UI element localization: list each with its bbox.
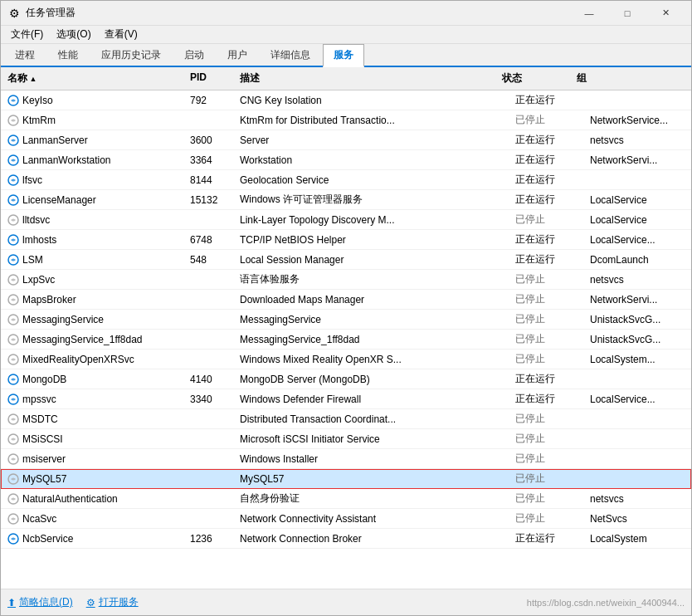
table-row[interactable]: LanmanServer 3600 Server 正在运行 netsvcs xyxy=(1,130,691,150)
table-row[interactable]: NaturalAuthentication 自然身份验证 已停止 netsvcs xyxy=(1,489,691,509)
col-header-status[interactable]: 状态 xyxy=(495,69,570,88)
cell-pid xyxy=(183,350,233,369)
table-row[interactable]: MessagingService_1ff8dad MessagingServic… xyxy=(1,330,691,350)
cell-desc: MongoDB Server (MongoDB) xyxy=(233,369,509,389)
table-row[interactable]: MySQL57 MySQL57 已停止 xyxy=(1,469,691,489)
service-icon xyxy=(7,254,19,266)
table-row[interactable]: NcbService 1236 Network Connection Broke… xyxy=(1,529,691,549)
menu-options[interactable]: 选项(O) xyxy=(50,26,97,43)
table-row[interactable]: MongoDB 4140 MongoDB Server (MongoDB) 正在… xyxy=(1,369,691,389)
table-row[interactable]: LanmanWorkstation 3364 Workstation 正在运行 … xyxy=(1,150,691,170)
col-header-name[interactable]: 名称 xyxy=(1,69,183,88)
tab-users[interactable]: 用户 xyxy=(217,44,258,66)
footer-link: https://blog.csdn.net/weixin_4400944... xyxy=(527,598,685,608)
cell-name: MySQL57 xyxy=(1,469,183,488)
service-icon xyxy=(7,513,19,525)
tab-startup[interactable]: 启动 xyxy=(173,44,215,66)
cell-group: NetworkServi... xyxy=(583,290,691,309)
cell-name: MixedRealityOpenXRSvc xyxy=(1,350,183,369)
table-row[interactable]: MessagingService MessagingService 已停止 Un… xyxy=(1,310,691,330)
cell-name: msiserver xyxy=(1,449,183,468)
tab-process[interactable]: 进程 xyxy=(4,44,46,66)
cell-name: MessagingService xyxy=(1,310,183,329)
table-row[interactable]: MapsBroker Downloaded Maps Manager 已停止 N… xyxy=(1,290,691,310)
cell-pid: 3340 xyxy=(183,389,233,408)
cell-status: 已停止 xyxy=(509,449,583,468)
cell-name: NcaSvc xyxy=(1,509,183,528)
tab-details[interactable]: 详细信息 xyxy=(260,44,321,66)
cell-pid: 4140 xyxy=(183,369,233,389)
cell-pid xyxy=(183,469,233,488)
table-row[interactable]: LicenseManager 15132 Windows 许可证管理器服务 正在… xyxy=(1,190,691,210)
cell-status: 正在运行 xyxy=(509,389,583,408)
cell-group: UnistackSvcG... xyxy=(583,330,691,349)
cell-group: NetSvcs xyxy=(583,509,691,528)
cell-group xyxy=(583,469,691,488)
cell-group: LocalService xyxy=(583,190,691,209)
cell-desc: Windows Defender Firewall xyxy=(233,389,509,408)
service-icon xyxy=(7,174,19,186)
cell-status: 已停止 xyxy=(509,350,583,369)
cell-group: LocalService xyxy=(583,210,691,229)
table-row[interactable]: LxpSvc 语言体验服务 已停止 netsvcs xyxy=(1,270,691,290)
close-button[interactable]: ✕ xyxy=(646,1,685,26)
col-header-desc[interactable]: 描述 xyxy=(233,69,495,88)
cell-status: 正在运行 xyxy=(509,90,583,110)
cell-group xyxy=(583,449,691,468)
services-icon: ⚙ xyxy=(86,597,95,609)
cell-name: lfsvc xyxy=(1,170,183,189)
table-row[interactable]: lmhosts 6748 TCP/IP NetBIOS Helper 正在运行 … xyxy=(1,230,691,250)
menu-view[interactable]: 查看(V) xyxy=(98,26,144,43)
cell-pid xyxy=(183,449,233,468)
menu-bar: 文件(F) 选项(O) 查看(V) xyxy=(1,26,691,44)
tab-services[interactable]: 服务 xyxy=(323,44,364,67)
cell-pid xyxy=(183,270,233,289)
cell-status: 已停止 xyxy=(509,330,583,349)
cell-name: LSM xyxy=(1,250,183,269)
table-row[interactable]: lltdsvc Link-Layer Topology Discovery M.… xyxy=(1,210,691,230)
table-row[interactable]: KtmRm KtmRm for Distributed Transactio..… xyxy=(1,110,691,130)
cell-pid xyxy=(183,509,233,528)
table-row[interactable]: MSDTC Distributed Transaction Coordinat.… xyxy=(1,409,691,429)
table-row[interactable]: NcaSvc Network Connectivity Assistant 已停… xyxy=(1,509,691,529)
maximize-button[interactable]: □ xyxy=(608,1,646,26)
cell-group xyxy=(583,409,691,428)
service-icon xyxy=(7,374,19,385)
table-row[interactable]: MSiSCSI Microsoft iSCSI Initiator Servic… xyxy=(1,429,691,449)
cell-status: 已停止 xyxy=(509,489,583,508)
cell-group: LocalSystem xyxy=(583,529,691,548)
tab-app-history[interactable]: 应用历史记录 xyxy=(90,44,172,66)
cell-pid: 1236 xyxy=(183,529,233,548)
open-services-button[interactable]: ⚙ 打开服务 xyxy=(86,595,139,609)
table-row[interactable]: mpssvc 3340 Windows Defender Firewall 正在… xyxy=(1,389,691,409)
cell-group: LocalService... xyxy=(583,389,691,408)
service-icon xyxy=(7,473,19,485)
cell-status: 正在运行 xyxy=(509,369,583,389)
cell-status: 正在运行 xyxy=(509,529,583,548)
cell-status: 已停止 xyxy=(509,429,583,448)
table-body[interactable]: KeyIso 792 CNG Key Isolation 正在运行 KtmRm … xyxy=(1,90,691,589)
cell-pid xyxy=(183,290,233,309)
cell-desc: Local Session Manager xyxy=(233,250,509,269)
col-header-group[interactable]: 组 xyxy=(570,69,678,88)
cell-status: 已停止 xyxy=(509,509,583,528)
tab-performance[interactable]: 性能 xyxy=(47,44,89,66)
cell-pid: 792 xyxy=(183,90,233,110)
cell-pid: 548 xyxy=(183,250,233,269)
minimize-button[interactable]: — xyxy=(570,1,608,26)
summary-btn-label: 简略信息(D) xyxy=(19,595,73,609)
cell-desc: MessagingService_1ff8dad xyxy=(233,330,509,349)
table-row[interactable]: msiserver Windows Installer 已停止 xyxy=(1,449,691,469)
service-icon xyxy=(7,314,19,325)
table-row[interactable]: MixedRealityOpenXRSvc Windows Mixed Real… xyxy=(1,350,691,369)
cell-group: NetworkService... xyxy=(583,110,691,130)
menu-file[interactable]: 文件(F) xyxy=(4,26,50,43)
table-row[interactable]: lfsvc 8144 Geolocation Service 正在运行 xyxy=(1,170,691,190)
table-row[interactable]: KeyIso 792 CNG Key Isolation 正在运行 xyxy=(1,90,691,110)
service-icon xyxy=(7,334,19,345)
summary-info-button[interactable]: ⬆ 简略信息(D) xyxy=(7,595,73,609)
cell-group: NetworkServi... xyxy=(583,150,691,169)
col-header-pid[interactable]: PID xyxy=(183,69,233,88)
title-bar: ⚙ 任务管理器 — □ ✕ xyxy=(1,1,691,26)
table-row[interactable]: LSM 548 Local Session Manager 正在运行 DcomL… xyxy=(1,250,691,270)
